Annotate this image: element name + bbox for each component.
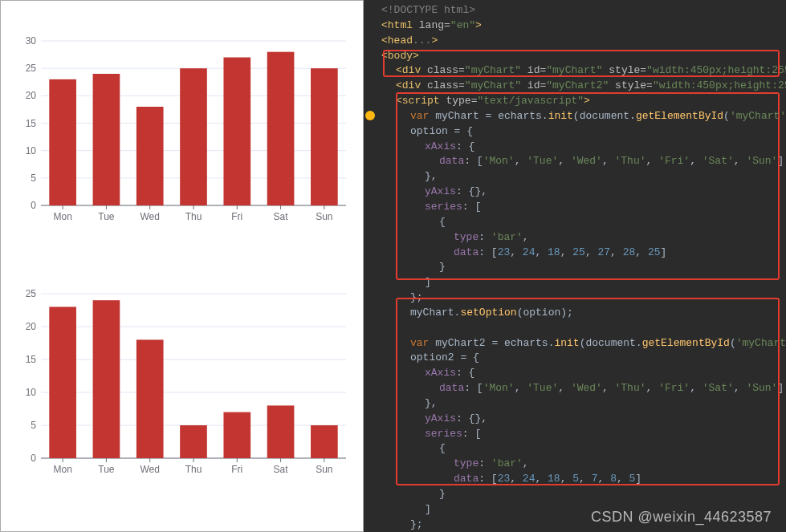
warning-gutter-icon[interactable]	[365, 111, 375, 120]
svg-rect-58	[180, 425, 207, 458]
code-line[interactable]: <head...>	[367, 34, 780, 49]
bar-chart-svg: 051015202530MonTueWedThuFriSatSun	[9, 25, 354, 229]
svg-rect-55	[136, 339, 164, 458]
svg-text:Wed: Wed	[140, 464, 159, 475]
code-line[interactable]: },	[367, 396, 780, 412]
code-line[interactable]: }	[367, 260, 780, 275]
svg-rect-15	[49, 79, 76, 205]
svg-text:10: 10	[26, 145, 37, 156]
code-line[interactable]: <div class="myChart" id="myChart2" style…	[367, 79, 780, 94]
svg-rect-67	[311, 425, 338, 458]
code-line[interactable]: yAxis: {},	[367, 185, 780, 200]
svg-text:0: 0	[31, 200, 36, 211]
svg-text:15: 15	[26, 118, 37, 129]
svg-rect-18	[93, 74, 120, 205]
code-line[interactable]: type: 'bar',	[367, 230, 780, 246]
svg-text:Wed: Wed	[140, 211, 159, 222]
chart-1: 051015202530MonTueWedThuFriSatSun	[9, 25, 354, 229]
svg-text:Tue: Tue	[98, 211, 115, 222]
svg-text:Sun: Sun	[316, 211, 332, 222]
code-line[interactable]: {	[367, 215, 780, 230]
code-line[interactable]: data: ['Mon', 'Tue', 'Wed', 'Thu', 'Fri'…	[367, 154, 780, 169]
svg-text:25: 25	[26, 63, 37, 74]
code-line[interactable]: data: ['Mon', 'Tue', 'Wed', 'Thu', 'Fri'…	[367, 381, 780, 396]
chart-preview-pane: 051015202530MonTueWedThuFriSatSun 051015…	[0, 0, 364, 532]
code-line[interactable]: yAxis: {},	[367, 412, 780, 427]
code-editor-pane[interactable]: <!DOCTYPE html> <html lang="en"> <head..…	[364, 0, 786, 532]
svg-rect-21	[136, 107, 164, 205]
svg-rect-49	[49, 307, 76, 458]
code-line[interactable]: <div class="myChart" id="myChart" style=…	[367, 63, 780, 79]
svg-rect-64	[267, 405, 295, 458]
svg-text:20: 20	[26, 321, 37, 332]
code-line[interactable]: ]	[367, 275, 780, 290]
svg-text:Fri: Fri	[231, 211, 242, 222]
code-line[interactable]: <!DOCTYPE html>	[367, 3, 780, 18]
svg-rect-27	[223, 58, 250, 206]
svg-text:Sat: Sat	[274, 211, 289, 222]
code-line[interactable]: option = {	[367, 124, 780, 140]
code-line[interactable]: series: [	[367, 427, 780, 442]
code-line[interactable]: series: [	[367, 200, 780, 215]
svg-text:10: 10	[26, 387, 37, 398]
code-line[interactable]: data: [23, 24, 18, 25, 27, 28, 25]	[367, 246, 780, 261]
svg-text:Thu: Thu	[185, 464, 202, 475]
code-line[interactable]: xAxis: {	[367, 366, 780, 381]
svg-text:Tue: Tue	[98, 464, 115, 475]
svg-text:Mon: Mon	[53, 211, 71, 222]
svg-text:Mon: Mon	[53, 464, 71, 475]
bar-chart-svg: 0510152025MonTueWedThuFriSatSun	[9, 278, 354, 482]
blank-line[interactable]	[367, 321, 780, 336]
svg-text:25: 25	[26, 288, 37, 299]
svg-text:Sun: Sun	[316, 464, 332, 475]
svg-text:Thu: Thu	[185, 211, 202, 222]
code-line[interactable]: xAxis: {	[367, 140, 780, 155]
code-line[interactable]: data: [23, 24, 18, 5, 7, 8, 5]	[367, 472, 780, 487]
svg-text:Sat: Sat	[274, 464, 289, 475]
code-line[interactable]: }	[367, 487, 780, 502]
code-line[interactable]: <script type="text/javascript">	[367, 94, 780, 109]
svg-text:30: 30	[26, 35, 37, 47]
svg-text:5: 5	[31, 173, 36, 184]
code-line[interactable]: myChart.setOption(option);	[367, 306, 780, 321]
code-line[interactable]: option2 = {	[367, 351, 780, 366]
svg-text:5: 5	[31, 420, 36, 431]
code-line[interactable]: type: 'bar',	[367, 457, 780, 472]
svg-rect-61	[223, 412, 250, 458]
code-line[interactable]: var myChart2 = echarts.init(document.get…	[367, 336, 780, 351]
code-line[interactable]: };	[367, 290, 780, 306]
watermark-text: CSDN @weixin_44623587	[591, 509, 772, 526]
svg-rect-24	[180, 68, 207, 205]
code-line[interactable]: {	[367, 441, 780, 457]
svg-text:15: 15	[26, 354, 37, 365]
svg-rect-33	[311, 68, 338, 205]
code-line[interactable]: },	[367, 169, 780, 185]
code-line[interactable]: var myChart = echarts.init(document.getE…	[367, 109, 780, 124]
svg-rect-52	[93, 300, 120, 458]
svg-rect-30	[267, 52, 295, 205]
code-line[interactable]: <body>	[367, 49, 780, 64]
svg-text:0: 0	[31, 453, 36, 464]
svg-text:Fri: Fri	[231, 464, 242, 475]
code-line[interactable]: <html lang="en">	[367, 18, 780, 34]
chart-2: 0510152025MonTueWedThuFriSatSun	[9, 278, 354, 482]
svg-text:20: 20	[26, 90, 37, 101]
